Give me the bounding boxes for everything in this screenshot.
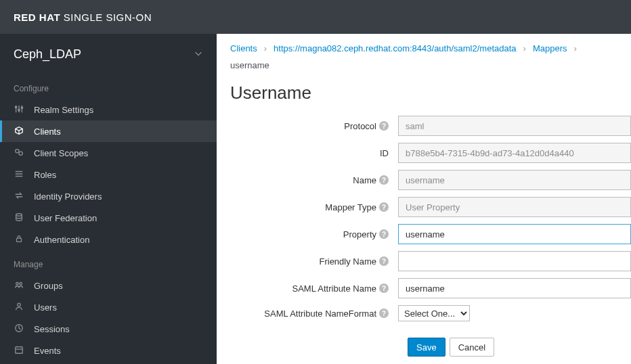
realm-selector[interactable]: Ceph_LDAP — [0, 34, 217, 74]
label-protocol: Protocol — [344, 121, 376, 131]
svg-point-1 — [18, 109, 20, 111]
row-name: Name ? — [230, 170, 631, 190]
scopes-icon — [14, 147, 24, 159]
sidebar-item-roles[interactable]: Roles — [0, 164, 217, 185]
sidebar-item-label: Client Scopes — [34, 148, 88, 158]
sidebar-item-users[interactable]: Users — [0, 296, 217, 318]
row-id: ID — [230, 143, 631, 163]
friendly-name-field[interactable] — [398, 251, 631, 271]
breadcrumb-sep: › — [523, 43, 526, 53]
help-icon[interactable]: ? — [379, 175, 389, 185]
list-icon — [14, 169, 24, 181]
mapper-form: Protocol ? ID Name ? Map — [217, 116, 631, 364]
label-friendly-name: Friendly Name — [319, 256, 376, 267]
help-icon[interactable]: ? — [379, 309, 389, 318]
sidebar-item-client-scopes[interactable]: Client Scopes — [0, 142, 217, 164]
sidebar-item-label: Events — [34, 346, 61, 356]
exchange-icon — [14, 191, 24, 202]
sidebar-item-label: Roles — [34, 170, 56, 180]
label-saml-attr-fmt: SAML Attribute NameFormat — [264, 309, 376, 319]
sidebar-item-label: Groups — [34, 281, 63, 291]
sidebar-item-events[interactable]: Events — [0, 340, 217, 361]
sidebar-item-label: Users — [34, 302, 57, 313]
label-mapper-type: Mapper Type — [325, 202, 376, 212]
protocol-field — [398, 116, 631, 136]
breadcrumb-clients[interactable]: Clients — [230, 43, 257, 53]
svg-point-4 — [19, 152, 22, 155]
breadcrumb-current: username — [230, 60, 269, 70]
property-field[interactable] — [398, 224, 631, 244]
sidebar-item-user-federation[interactable]: User Federation — [0, 207, 217, 229]
database-icon — [14, 212, 24, 224]
section-configure: Configure — [0, 74, 217, 99]
calendar-icon — [14, 345, 24, 357]
svg-point-8 — [20, 282, 22, 285]
help-icon[interactable]: ? — [379, 256, 389, 266]
sidebar-item-realm-settings[interactable]: Realm Settings — [0, 99, 217, 120]
brand: RED HAT SINGLE SIGN-ON — [14, 12, 152, 23]
breadcrumb-mappers[interactable]: Mappers — [533, 43, 567, 53]
saml-attr-fmt-select[interactable]: Select One... — [398, 305, 470, 321]
section-manage: Manage — [0, 250, 217, 275]
cancel-button[interactable]: Cancel — [450, 338, 494, 357]
svg-point-9 — [18, 303, 20, 306]
help-icon[interactable]: ? — [379, 202, 389, 212]
sidebar-item-sessions[interactable]: Sessions — [0, 318, 217, 340]
brand-part1: RED HAT — [14, 12, 60, 23]
row-friendly-name: Friendly Name ? — [230, 251, 631, 271]
row-protocol: Protocol ? — [230, 116, 631, 136]
breadcrumb-client-url[interactable]: https://magna082.ceph.redhat.com:8443/au… — [274, 43, 516, 53]
sidebar-item-label: Authentication — [34, 235, 89, 245]
sidebar-item-label: Realm Settings — [34, 105, 93, 115]
sidebar-item-label: Identity Providers — [34, 191, 102, 202]
clock-icon — [14, 323, 24, 335]
help-icon[interactable]: ? — [379, 121, 389, 131]
main-layout: Ceph_LDAP Configure Realm Settings Clien… — [0, 34, 631, 364]
row-mapper-type: Mapper Type ? — [230, 197, 631, 217]
label-name: Name — [353, 175, 376, 185]
sidebar-item-label: Sessions — [34, 324, 70, 334]
name-field — [398, 170, 631, 190]
row-property: Property ? — [230, 224, 631, 244]
sidebar-item-clients[interactable]: Clients — [0, 120, 217, 142]
sidebar-item-identity-providers[interactable]: Identity Providers — [0, 185, 217, 207]
lock-icon — [14, 234, 24, 246]
sidebar-item-groups[interactable]: Groups — [0, 275, 217, 296]
user-icon — [14, 302, 24, 313]
svg-point-7 — [16, 282, 19, 285]
svg-point-5 — [16, 213, 22, 216]
sidebar-item-authentication[interactable]: Authentication — [0, 229, 217, 250]
help-icon[interactable]: ? — [379, 229, 389, 239]
svg-point-2 — [21, 106, 23, 108]
svg-rect-6 — [17, 238, 22, 242]
sidebar-item-label: User Federation — [34, 213, 97, 223]
content: Clients › https://magna082.ceph.redhat.c… — [217, 34, 631, 364]
realm-name: Ceph_LDAP — [14, 47, 81, 62]
saml-attr-name-field[interactable] — [398, 278, 631, 298]
svg-rect-11 — [16, 346, 23, 353]
sidebar: Ceph_LDAP Configure Realm Settings Clien… — [0, 34, 217, 364]
label-property: Property — [343, 229, 376, 240]
group-icon — [14, 280, 24, 292]
sidebar-item-label: Clients — [34, 127, 61, 137]
svg-point-3 — [16, 149, 19, 152]
chevron-down-icon — [194, 49, 203, 60]
brand-part2: SINGLE SIGN-ON — [60, 12, 152, 23]
breadcrumb: Clients › https://magna082.ceph.redhat.c… — [217, 34, 631, 80]
help-icon[interactable]: ? — [379, 283, 389, 293]
page-title: Username — [217, 80, 631, 116]
cube-icon — [14, 126, 24, 137]
id-field — [398, 143, 631, 163]
form-actions: Save Cancel — [408, 338, 631, 357]
row-saml-attr-name: SAML Attribute Name ? — [230, 278, 631, 298]
label-saml-attr-name: SAML Attribute Name — [292, 283, 376, 294]
label-id: ID — [380, 148, 389, 158]
app-header: RED HAT SINGLE SIGN-ON — [0, 0, 631, 34]
svg-point-0 — [15, 106, 17, 108]
mapper-type-field — [398, 197, 631, 217]
breadcrumb-sep: › — [573, 43, 576, 53]
sliders-icon — [14, 104, 24, 116]
breadcrumb-sep: › — [264, 43, 267, 53]
row-saml-attr-fmt: SAML Attribute NameFormat ? Select One..… — [230, 305, 631, 321]
save-button[interactable]: Save — [408, 338, 445, 357]
